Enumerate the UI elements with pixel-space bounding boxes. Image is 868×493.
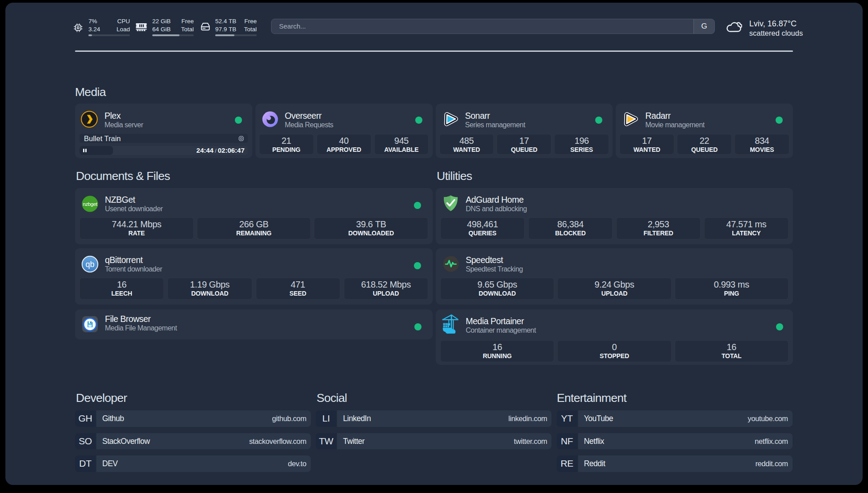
- svg-text:nzbget: nzbget: [83, 201, 97, 207]
- svg-text:qb: qb: [85, 260, 94, 269]
